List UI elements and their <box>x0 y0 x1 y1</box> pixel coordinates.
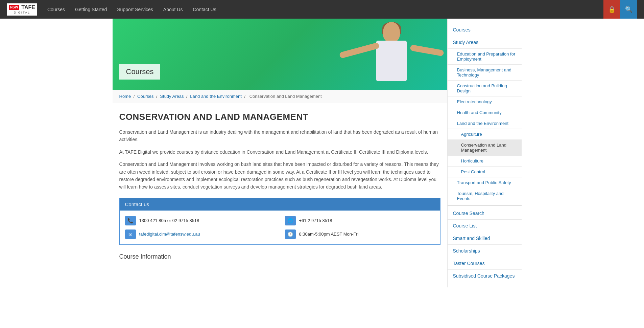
hero-person <box>339 19 447 90</box>
sidebar-item-construction[interactable]: Construction and Building Design <box>448 81 522 96</box>
sidebar-item-agriculture[interactable]: Agriculture <box>448 129 522 140</box>
sidebar-item-pest-control[interactable]: Pest Control <box>448 167 522 177</box>
contact-phone: 1300 421 805 or 02 9715 8518 <box>139 218 199 223</box>
breadcrumb-land-environment[interactable]: Land and the Environment <box>190 94 242 99</box>
sidebar-item-scholarships[interactable]: Scholarships <box>448 245 522 257</box>
tafe-logo: TAFE <box>21 5 35 10</box>
sidebar-item-horticulture[interactable]: Horticulture <box>448 156 522 167</box>
hero-title-box: Courses <box>119 64 161 80</box>
sidebar-item-course-search[interactable]: Course Search <box>448 207 522 220</box>
email-icon: ✉ <box>125 229 136 239</box>
sidebar-item-study-areas[interactable]: Study Areas <box>448 36 522 49</box>
sidebar-item-taster-courses[interactable]: Taster Courses <box>448 257 522 270</box>
sidebar-item-courses[interactable]: Courses <box>448 24 522 36</box>
page-desc-3: Conservation and Land Management involve… <box>119 160 440 191</box>
page-title: CONSERVATION AND LAND MANAGEMENT <box>119 112 440 122</box>
sidebar-item-conservation[interactable]: Conservation and Land Management <box>448 140 522 156</box>
contact-box-body: 📞 1300 421 805 or 02 9715 8518 🌐 +61 2 9… <box>120 211 440 244</box>
contact-email-link[interactable]: tafedigital.clm@tafensw.edu.au <box>139 232 200 237</box>
phone-icon: 📞 <box>125 216 136 225</box>
sidebar-item-electro[interactable]: Electrotechnology <box>448 96 522 107</box>
page-desc-2: At TAFE Digital we provide courses by di… <box>119 148 440 156</box>
sidebar-section: Courses Study Areas Education and Prepar… <box>448 24 522 282</box>
nav-getting-started[interactable]: Getting Started <box>75 7 107 12</box>
contact-intl: +61 2 9715 8518 <box>299 218 332 223</box>
nav-courses[interactable]: Courses <box>47 7 65 12</box>
contact-intl-item: 🌐 +61 2 9715 8518 <box>285 216 435 225</box>
nsw-logo: NSW <box>9 5 19 10</box>
breadcrumb-home[interactable]: Home <box>119 94 131 99</box>
sidebar-item-business-mgmt[interactable]: Business, Management and Technology <box>448 65 522 81</box>
sidebar-item-transport[interactable]: Transport and Public Safety <box>448 177 522 188</box>
sidebar-item-health[interactable]: Health and Community <box>448 107 522 118</box>
contact-title: Contact us <box>125 201 149 207</box>
sidebar-item-smart-skilled[interactable]: Smart and Skilled <box>448 232 522 245</box>
clock-icon: 🕐 <box>285 229 296 239</box>
sidebar: Courses Study Areas Education and Prepar… <box>447 19 522 287</box>
main-nav: Courses Getting Started Support Services… <box>47 7 603 12</box>
sidebar-item-education-prep[interactable]: Education and Preparation for Employment <box>448 49 522 65</box>
content-area: Courses Home / Courses / Study Areas / L… <box>113 19 447 287</box>
contact-hours: 8:30am-5:00pm AEST Mon-Fri <box>299 232 359 237</box>
breadcrumb-study-areas[interactable]: Study Areas <box>160 94 184 99</box>
login-button[interactable]: 🔒 <box>603 0 620 19</box>
nav-support-services[interactable]: Support Services <box>117 7 153 12</box>
contact-box-header: Contact us <box>120 198 440 211</box>
logo-area: NSW TAFE DIGITAL <box>7 3 37 16</box>
sidebar-item-subsidised[interactable]: Subsidised Course Packages <box>448 270 522 282</box>
breadcrumb: Home / Courses / Study Areas / Land and … <box>113 90 447 103</box>
contact-hours-item: 🕐 8:30am-5:00pm AEST Mon-Fri <box>285 229 435 239</box>
globe-icon: 🌐 <box>285 216 296 225</box>
digital-logo: DIGITAL <box>14 11 30 14</box>
course-info-title: Course Information <box>119 253 440 262</box>
page-content: CONSERVATION AND LAND MANAGEMENT Conserv… <box>113 103 447 270</box>
nav-contact-us[interactable]: Contact Us <box>193 7 216 12</box>
lock-icon: 🔒 <box>608 6 616 13</box>
sidebar-item-tourism[interactable]: Tourism, Hospitality and Events <box>448 188 522 204</box>
hero-banner: Courses <box>113 19 447 90</box>
nav-about-us[interactable]: About Us <box>163 7 183 12</box>
sidebar-item-land-env[interactable]: Land and the Environment <box>448 118 522 129</box>
hero-title: Courses <box>126 67 154 76</box>
breadcrumb-courses[interactable]: Courses <box>137 94 153 99</box>
breadcrumb-current: Conservation and Land Management <box>249 94 322 99</box>
sidebar-item-course-list[interactable]: Course List <box>448 220 522 232</box>
page-desc-1: Conservation and Land Management is an i… <box>119 128 440 144</box>
search-icon: 🔍 <box>625 6 633 13</box>
contact-box: Contact us 📞 1300 421 805 or 02 9715 851… <box>119 198 440 245</box>
contact-phone-item: 📞 1300 421 805 or 02 9715 8518 <box>125 216 275 225</box>
search-button[interactable]: 🔍 <box>620 0 637 19</box>
header: NSW TAFE DIGITAL Courses Getting Started… <box>0 0 644 19</box>
header-icons: 🔒 🔍 <box>603 0 637 19</box>
contact-email-item: ✉ tafedigital.clm@tafensw.edu.au <box>125 229 275 239</box>
logo-box: NSW TAFE DIGITAL <box>7 3 37 16</box>
